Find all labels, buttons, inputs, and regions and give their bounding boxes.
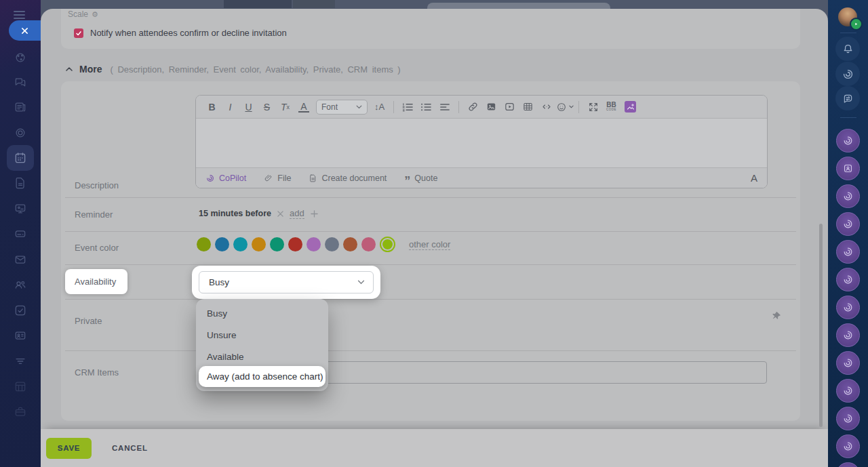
- color-swatch[interactable]: [361, 237, 376, 251]
- unordered-list-icon[interactable]: [417, 102, 435, 112]
- sidebar-calendar-alt-button[interactable]: [7, 374, 34, 399]
- create-document-button[interactable]: Create document: [309, 174, 387, 183]
- availability-select-spotlight: Busy: [192, 266, 380, 299]
- other-color-link[interactable]: other color: [409, 239, 450, 250]
- notifications-button[interactable]: [835, 37, 860, 61]
- color-swatch[interactable]: [325, 237, 339, 251]
- dropdown-option-busy[interactable]: Busy: [207, 303, 227, 325]
- font-select-value: Font: [321, 102, 338, 112]
- color-swatch[interactable]: [252, 237, 266, 251]
- color-swatch[interactable]: [233, 237, 248, 251]
- strikethrough-icon[interactable]: S: [258, 102, 276, 113]
- copilot-chat-button[interactable]: [836, 129, 860, 153]
- contact-card-icon: [842, 163, 854, 174]
- description-editor[interactable]: B I U S Tx A Font ↕A: [195, 95, 768, 188]
- color-swatch[interactable]: [197, 237, 211, 251]
- image-icon[interactable]: [482, 101, 500, 113]
- sidebar-mail-button[interactable]: [7, 247, 34, 272]
- color-swatch[interactable]: [288, 237, 302, 251]
- ordered-list-icon[interactable]: [399, 102, 417, 112]
- sidebar-divider: [840, 33, 856, 33]
- copilot-chat-button[interactable]: [836, 296, 860, 319]
- remove-reminder-icon[interactable]: [277, 211, 283, 217]
- play-badge-icon[interactable]: [850, 18, 863, 31]
- scrollbar-thumb[interactable]: [819, 224, 823, 427]
- align-icon[interactable]: [435, 102, 454, 112]
- pin-icon[interactable]: [771, 310, 782, 321]
- row-divider: [65, 264, 796, 265]
- table-icon[interactable]: [519, 101, 537, 113]
- availability-select[interactable]: Busy: [199, 271, 374, 293]
- availability-select-value: Busy: [209, 277, 229, 287]
- sidebar-tasks-button[interactable]: [7, 298, 34, 323]
- copilot-chat-button[interactable]: [836, 184, 860, 208]
- code-icon[interactable]: [537, 102, 555, 112]
- plus-icon[interactable]: [311, 210, 318, 218]
- copilot-button[interactable]: CoPilot: [205, 174, 246, 183]
- video-icon[interactable]: [500, 101, 519, 113]
- color-swatch-selected[interactable]: [380, 237, 395, 252]
- sidebar-people-button[interactable]: [7, 272, 34, 297]
- color-swatch[interactable]: [307, 237, 321, 251]
- clear-format-icon[interactable]: Tx: [276, 102, 294, 113]
- create-document-label: Create document: [321, 174, 387, 183]
- italic-icon[interactable]: I: [221, 102, 239, 113]
- font-size-icon[interactable]: ↕A: [370, 102, 389, 112]
- copilot-chat-button[interactable]: [836, 462, 860, 467]
- sidebar-calendar-button[interactable]: [7, 145, 34, 171]
- notify-panel: Scale ⚙ Notify when attendees confirm or…: [61, 9, 800, 49]
- sidebar-document-button[interactable]: [7, 171, 34, 195]
- editor-body[interactable]: [196, 119, 767, 167]
- sidebar-chats-button[interactable]: [7, 70, 34, 94]
- add-reminder-link[interactable]: add: [290, 208, 304, 219]
- scale-setting[interactable]: Scale ⚙: [68, 9, 98, 19]
- attach-file-button[interactable]: File: [264, 174, 291, 183]
- copilot-chat-button[interactable]: [836, 379, 860, 403]
- copilot-chat-button[interactable]: [836, 434, 860, 458]
- sidebar-network-button[interactable]: [7, 45, 34, 70]
- font-select[interactable]: Font: [316, 100, 368, 115]
- emoji-icon[interactable]: [555, 102, 574, 113]
- more-section-toggle[interactable]: More ( Description, Reminder, Event colo…: [65, 64, 401, 75]
- event-color-swatches: other color: [197, 237, 450, 252]
- notify-checkbox[interactable]: [74, 28, 83, 38]
- color-swatch[interactable]: [270, 237, 284, 251]
- fullscreen-icon[interactable]: [584, 102, 602, 113]
- left-sidebar: [0, 0, 41, 467]
- feed-icon: [14, 100, 27, 114]
- sidebar-ring-button[interactable]: [7, 121, 34, 145]
- image-upload-icon[interactable]: [625, 101, 636, 113]
- copilot-chat-button[interactable]: [836, 323, 860, 347]
- crm-items-label: CRM Items: [75, 367, 119, 378]
- text-color-icon[interactable]: A: [298, 102, 309, 113]
- sidebar-funnel-button[interactable]: [7, 349, 34, 373]
- hamburger-menu-icon[interactable]: [14, 11, 25, 21]
- quote-button[interactable]: ” Quote: [404, 174, 437, 183]
- sidebar-drive-button[interactable]: [7, 222, 34, 246]
- sidebar-presentation-button[interactable]: [7, 197, 34, 221]
- messenger-button[interactable]: [835, 86, 860, 110]
- copilot-chat-button[interactable]: [836, 407, 860, 430]
- color-swatch[interactable]: [215, 237, 229, 251]
- underline-icon[interactable]: U: [239, 102, 258, 113]
- bold-icon[interactable]: B: [203, 102, 221, 113]
- sidebar-contact-card-button[interactable]: [7, 323, 34, 348]
- editor-text-color-button[interactable]: A: [751, 172, 757, 184]
- sidebar-briefcase-button[interactable]: [7, 400, 34, 424]
- bbcode-icon[interactable]: BBCODE: [602, 102, 620, 112]
- dropdown-option-away-highlighted[interactable]: Away (add to absence chart): [199, 366, 326, 387]
- save-button[interactable]: SAVE: [46, 438, 92, 459]
- copilot-contact-button[interactable]: [836, 157, 860, 180]
- cancel-button[interactable]: CANCEL: [108, 443, 152, 453]
- dropdown-option-unsure[interactable]: Unsure: [207, 325, 237, 346]
- copilot-sidebar-button[interactable]: [835, 62, 860, 86]
- close-slider-button[interactable]: [9, 20, 41, 41]
- color-swatch[interactable]: [343, 237, 357, 251]
- copilot-chat-button[interactable]: [836, 212, 860, 236]
- dropdown-option-available[interactable]: Available: [207, 346, 244, 368]
- copilot-chat-button[interactable]: [836, 351, 860, 375]
- copilot-chat-button[interactable]: [836, 268, 860, 291]
- link-icon[interactable]: [464, 101, 482, 113]
- copilot-chat-button[interactable]: [836, 240, 860, 264]
- sidebar-feed-button[interactable]: [7, 95, 34, 119]
